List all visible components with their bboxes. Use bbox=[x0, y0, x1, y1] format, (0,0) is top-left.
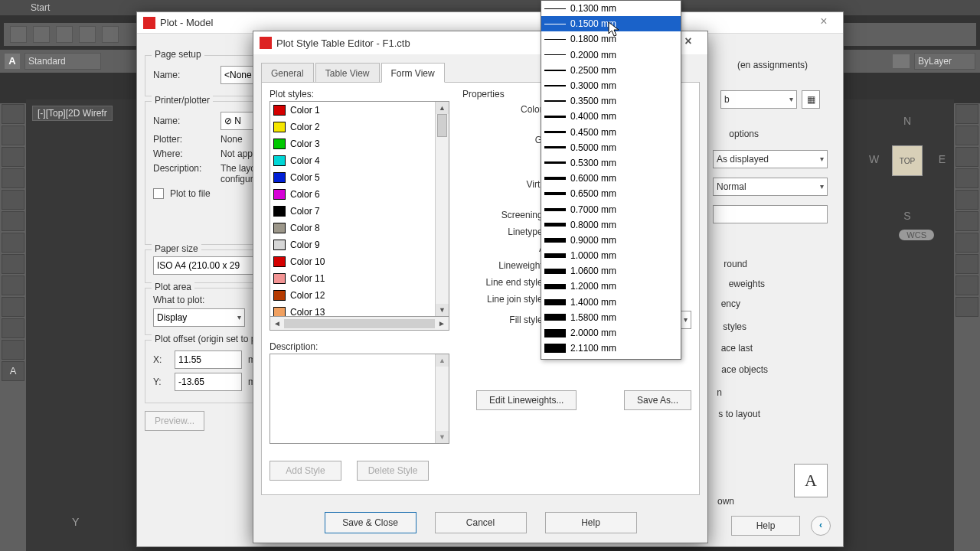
lineweight-option[interactable]: 0.1300 mm bbox=[541, 1, 681, 16]
plot-style-item[interactable]: Color 3 bbox=[270, 135, 435, 152]
scrollbar-horizontal[interactable]: ◄ ► bbox=[270, 317, 449, 331]
textstyle-icon[interactable]: A bbox=[5, 54, 20, 69]
tab-general[interactable]: General bbox=[261, 63, 314, 83]
scroll-right-icon[interactable]: ► bbox=[435, 319, 449, 328]
lineweight-option[interactable]: 2.0000 mm bbox=[541, 325, 681, 341]
scroll-up-icon[interactable]: ▲ bbox=[436, 102, 449, 114]
quality-combo[interactable]: Normal bbox=[713, 178, 828, 196]
lineweight-option[interactable]: 0.4500 mm bbox=[541, 125, 681, 140]
ellipse-tool-icon[interactable] bbox=[2, 254, 24, 274]
ctb-combo-fragment[interactable]: b bbox=[720, 90, 797, 109]
add-style-button[interactable]: Add Style bbox=[270, 461, 341, 481]
viewcube-south[interactable]: S bbox=[869, 210, 946, 222]
plot-style-item[interactable]: Color 11 bbox=[270, 270, 435, 287]
cancel-button[interactable]: Cancel bbox=[435, 512, 527, 533]
plot-style-item[interactable]: Color 4 bbox=[270, 152, 435, 169]
lineweight-option[interactable]: 0.1500 mm bbox=[541, 16, 681, 31]
viewcube-east[interactable]: E bbox=[939, 153, 946, 165]
viewport-label[interactable]: [-][Top][2D Wirefr bbox=[32, 106, 113, 121]
offset-tool-icon[interactable] bbox=[956, 211, 978, 231]
editor-help-button[interactable]: Help bbox=[545, 512, 637, 533]
plot-style-item[interactable]: Color 10 bbox=[270, 253, 435, 270]
plot-styles-listbox[interactable]: Color 1Color 2Color 3Color 4Color 5Color… bbox=[270, 101, 449, 317]
preview-button[interactable]: Preview... bbox=[145, 411, 204, 431]
arc-tool-icon[interactable] bbox=[2, 147, 24, 167]
textstyle-combo[interactable]: Standard bbox=[24, 53, 101, 70]
wcs-badge[interactable]: WCS bbox=[899, 230, 934, 240]
x-input[interactable] bbox=[175, 350, 242, 369]
lineweight-option[interactable]: 0.1800 mm bbox=[541, 31, 681, 47]
lineweight-option[interactable]: 0.3000 mm bbox=[541, 78, 681, 93]
scroll-thumb[interactable] bbox=[437, 114, 447, 137]
tab-table-view[interactable]: Table View bbox=[315, 63, 380, 83]
region-tool-icon[interactable] bbox=[2, 297, 24, 317]
array-tool-icon[interactable] bbox=[956, 297, 978, 317]
viewcube-north[interactable]: N bbox=[869, 115, 946, 127]
lineweight-option[interactable]: 0.4000 mm bbox=[541, 109, 681, 124]
lineweight-option[interactable]: 2.1100 mm bbox=[541, 341, 681, 356]
mirror-tool-icon[interactable] bbox=[956, 190, 978, 210]
delete-style-button[interactable]: Delete Style bbox=[357, 461, 429, 481]
save-icon[interactable] bbox=[56, 26, 73, 43]
circle-tool-icon[interactable] bbox=[2, 211, 24, 231]
scrollbar-vertical[interactable]: ▲ ▼ bbox=[435, 354, 449, 443]
line-tool-icon[interactable] bbox=[2, 104, 24, 124]
trim-tool-icon[interactable] bbox=[956, 233, 978, 253]
close-icon[interactable]: × bbox=[811, 15, 837, 31]
print-icon[interactable] bbox=[79, 26, 96, 43]
what-to-plot-combo[interactable]: Display bbox=[153, 308, 245, 327]
layer-combo[interactable]: ByLayer bbox=[914, 53, 975, 70]
viewcube[interactable]: N S W E TOP bbox=[869, 107, 946, 230]
shade-plot-combo[interactable]: As displayed bbox=[713, 150, 828, 168]
plot-style-item[interactable]: Color 5 bbox=[270, 169, 435, 186]
lineweight-option[interactable]: 0.2500 mm bbox=[541, 63, 681, 78]
scroll-down-icon[interactable]: ▼ bbox=[436, 431, 449, 443]
tab-form-view[interactable]: Form View bbox=[381, 63, 445, 83]
dpi-input[interactable] bbox=[713, 205, 828, 223]
plot-style-item[interactable]: Color 13 bbox=[270, 304, 435, 317]
lineweight-option[interactable]: 1.5800 mm bbox=[541, 310, 681, 325]
lineweight-option[interactable]: 0.8000 mm bbox=[541, 217, 681, 233]
point-tool-icon[interactable] bbox=[2, 340, 24, 360]
copy-tool-icon[interactable] bbox=[956, 126, 978, 145]
lineweight-option[interactable]: 0.9000 mm bbox=[541, 233, 681, 248]
plot-style-item[interactable]: Color 7 bbox=[270, 203, 435, 220]
save-as-button[interactable]: Save As... bbox=[624, 390, 691, 410]
open-icon[interactable] bbox=[33, 26, 50, 43]
plot-style-item[interactable]: Color 2 bbox=[270, 119, 435, 135]
save-close-button[interactable]: Save & Close bbox=[325, 512, 416, 533]
description-textarea[interactable]: ▲ ▼ bbox=[270, 354, 449, 444]
paper-size-combo[interactable]: ISO A4 (210.00 x 29 bbox=[153, 256, 260, 275]
plot-style-item[interactable]: Color 8 bbox=[270, 220, 435, 236]
lineweight-option[interactable]: 0.6000 mm bbox=[541, 171, 681, 186]
scrollbar-vertical[interactable]: ▲ ▼ bbox=[435, 102, 449, 316]
lineweight-option[interactable]: 0.3500 mm bbox=[541, 93, 681, 109]
lineweight-option[interactable]: 0.6500 mm bbox=[541, 186, 681, 201]
lineweight-option[interactable]: 0.5000 mm bbox=[541, 140, 681, 155]
lineweight-option[interactable]: 1.2000 mm bbox=[541, 279, 681, 294]
table-tool-icon[interactable] bbox=[2, 318, 24, 338]
lineweight-option[interactable]: 0.7000 mm bbox=[541, 201, 681, 217]
lineweight-option[interactable]: 1.0600 mm bbox=[541, 263, 681, 279]
edit-ctb-icon[interactable]: ▦ bbox=[802, 90, 820, 109]
scroll-track[interactable] bbox=[284, 319, 435, 328]
viewcube-top[interactable]: TOP bbox=[892, 145, 923, 176]
plot-style-item[interactable]: Color 12 bbox=[270, 287, 435, 304]
lineweight-option[interactable]: 1.4000 mm bbox=[541, 295, 681, 310]
spline-tool-icon[interactable] bbox=[2, 233, 24, 253]
scroll-up-icon[interactable]: ▲ bbox=[436, 354, 449, 367]
hatch-tool-icon[interactable] bbox=[2, 276, 24, 295]
viewcube-west[interactable]: W bbox=[869, 153, 879, 165]
text-tool-icon[interactable]: A bbox=[2, 361, 24, 381]
undo-icon[interactable] bbox=[102, 26, 119, 43]
collapse-button[interactable]: ‹ bbox=[811, 516, 831, 536]
y-input[interactable] bbox=[175, 373, 242, 391]
edit-lineweights-button[interactable]: Edit Lineweights... bbox=[476, 390, 577, 410]
scroll-left-icon[interactable]: ◄ bbox=[270, 319, 284, 328]
tab-start[interactable]: Start bbox=[31, 2, 50, 13]
help-button[interactable]: Help bbox=[731, 516, 800, 536]
new-icon[interactable] bbox=[10, 26, 27, 43]
polyline-tool-icon[interactable] bbox=[2, 126, 24, 145]
lineweight-option[interactable]: 0.5300 mm bbox=[541, 155, 681, 171]
fillet-tool-icon[interactable] bbox=[956, 276, 978, 295]
